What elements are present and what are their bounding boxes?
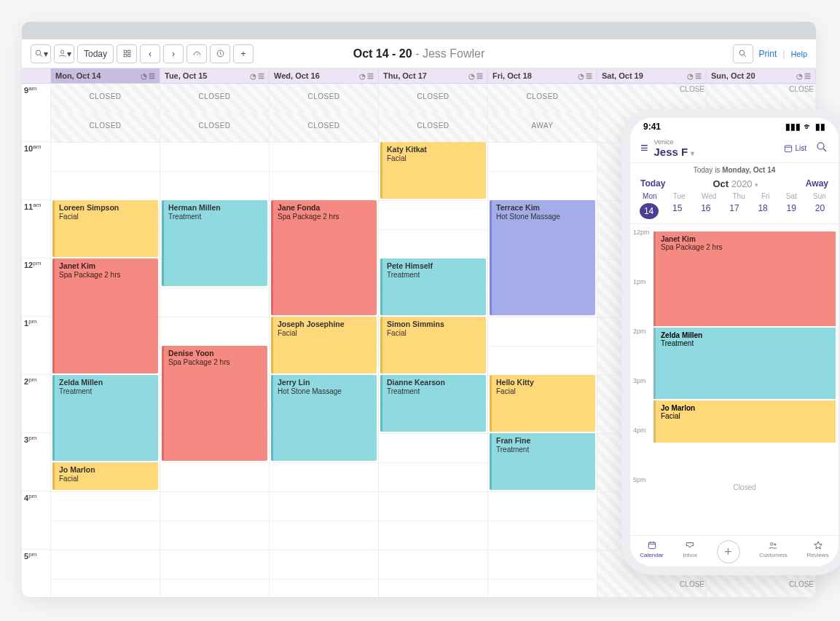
calendar-event[interactable]: Jane FondaSpa Package 2 hrs: [271, 200, 377, 315]
inbox-icon: [685, 540, 695, 550]
date-button[interactable]: 17: [725, 203, 744, 219]
calendar-event[interactable]: Joseph JosephineFacial: [271, 317, 377, 373]
weekday-label: Thu: [732, 192, 745, 200]
tab-inbox[interactable]: Inbox: [683, 540, 697, 563]
next-button[interactable]: ›: [163, 44, 184, 63]
search-button[interactable]: [733, 44, 753, 63]
calendar-event[interactable]: Denise YoonSpa Package 2 hrs: [162, 346, 267, 461]
date-button[interactable]: 19: [782, 203, 801, 219]
svg-rect-10: [648, 542, 655, 549]
date-button[interactable]: 14: [640, 203, 659, 219]
weekday-label: Fri: [761, 192, 770, 200]
day-col-fri[interactable]: CLOSEDAWAYTerrace KimHot Stone MassageHe…: [488, 84, 597, 597]
day-col-thu[interactable]: CLOSEDCLOSEDKaty KitkatFacialPete Himsel…: [379, 84, 488, 597]
phone-away-link[interactable]: Away: [806, 178, 828, 189]
day-header-sun[interactable]: Sun, Oct 20◔☰: [707, 68, 816, 83]
user-filter-button[interactable]: ▾: [54, 44, 74, 63]
day-header-wed[interactable]: Wed, Oct 16◔☰: [270, 68, 379, 83]
calendar-event[interactable]: Simon SimminsFacial: [380, 317, 486, 373]
customers-icon: [768, 540, 778, 550]
availability-button[interactable]: [210, 44, 230, 63]
tab-customers[interactable]: Customers: [759, 540, 788, 563]
closed-strip: CLOSED: [270, 84, 378, 113]
day-header-fri[interactable]: Fri, Oct 18◔☰: [488, 68, 597, 83]
phone-header: ≡ Venice Jess F ▾ List: [630, 135, 839, 163]
zoom-button[interactable]: ▾: [31, 44, 51, 63]
phone-title[interactable]: Venice Jess F ▾: [654, 138, 695, 158]
calendar-event[interactable]: Pete HimselfTreatment: [380, 258, 486, 315]
date-button[interactable]: 15: [668, 203, 687, 219]
calendar-event[interactable]: Dianne KearsonTreatment: [380, 375, 486, 432]
calendar-event[interactable]: Herman MillenTreatment: [162, 200, 267, 286]
time-label: 12pm: [22, 258, 50, 317]
date-button[interactable]: 18: [753, 203, 772, 219]
time-label: 11am: [22, 200, 50, 258]
phone-date-row: 14151617181920: [630, 202, 839, 224]
date-range-text: Oct 14 - 20: [353, 47, 412, 60]
day-header-mon[interactable]: Mon, Oct 14◔☰: [51, 68, 160, 83]
calendar-event[interactable]: Zelda MillenTreatment: [52, 375, 158, 461]
day-col-tue[interactable]: CLOSEDCLOSEDHerman MillenTreatmentDenise…: [160, 84, 270, 597]
phone-search-button[interactable]: [815, 141, 828, 157]
calendar-event[interactable]: Katy KitkatFacial: [380, 142, 486, 199]
closed-strip: CLOSED: [379, 113, 487, 142]
day-header-sat[interactable]: Sat, Oct 19◔☰: [597, 68, 707, 83]
closed-strip: CLOSED: [51, 113, 160, 142]
date-button[interactable]: 20: [810, 203, 829, 219]
search-icon: [738, 49, 747, 58]
day-header-thu[interactable]: Thu, Oct 17◔☰: [379, 68, 488, 83]
tab-calendar[interactable]: Calendar: [640, 540, 663, 563]
closed-strip: AWAY: [488, 113, 597, 142]
svg-point-11: [771, 543, 774, 546]
svg-point-1: [60, 50, 63, 53]
phone-status-bar: 9:41 ▮▮▮ ᯤ ▮▮: [630, 118, 839, 135]
phone-event[interactable]: Jo MarlonFacial: [653, 400, 836, 443]
list-view-button[interactable]: List: [783, 143, 806, 154]
calendar-event[interactable]: Hello KittyFacial: [490, 375, 595, 432]
phone-event[interactable]: Janet KimSpa Package 2 hrs: [653, 232, 836, 326]
calendar-icon: [647, 540, 657, 550]
tab-reviews[interactable]: Reviews: [806, 540, 828, 563]
list-icon: ☰: [149, 72, 155, 80]
svg-point-12: [774, 544, 776, 545]
time-label: 10am: [22, 142, 50, 200]
add-button[interactable]: +: [233, 44, 254, 63]
header-gutter: [22, 68, 51, 83]
speed-button[interactable]: [187, 44, 207, 63]
date-button[interactable]: 16: [696, 203, 715, 219]
view-grid-button[interactable]: [117, 44, 137, 63]
user-subtitle: - Jess Fowler: [415, 47, 484, 60]
phone-time: 9:41: [643, 122, 661, 132]
calendar-event[interactable]: Janet KimSpa Package 2 hrs: [52, 258, 158, 373]
calendar-event[interactable]: Fran FineTreatment: [490, 433, 595, 490]
day-header-tue[interactable]: Tue, Oct 15◔☰: [160, 68, 270, 83]
print-link[interactable]: Print: [759, 49, 777, 59]
phone-today-link[interactable]: Today: [640, 178, 665, 189]
help-link[interactable]: Help: [790, 50, 807, 58]
phone-time-label: 5pm: [633, 476, 646, 483]
calendar-event[interactable]: Terrace KimHot Stone Massage: [490, 200, 595, 315]
phone-nav-bar: Today Oct 2020 ▾ Away: [630, 177, 839, 191]
calendar-event[interactable]: Jo MarlonFacial: [52, 462, 158, 490]
today-button[interactable]: Today: [77, 44, 114, 63]
phone-schedule-body[interactable]: 12pm1pm2pm3pm4pm5pmJanet KimSpa Package …: [630, 224, 839, 535]
day-col-wed[interactable]: CLOSEDCLOSEDJane FondaSpa Package 2 hrsJ…: [270, 84, 379, 597]
svg-rect-8: [785, 145, 792, 151]
phone-tab-bar: Calendar Inbox + Customers Reviews: [630, 535, 839, 566]
weekday-label: Wed: [702, 192, 716, 200]
tab-add-button[interactable]: +: [717, 540, 740, 563]
weekday-label: Sun: [813, 192, 826, 200]
day-col-mon[interactable]: CLOSEDCLOSEDLoreen SimpsonFacialJanet Ki…: [51, 84, 160, 597]
phone-month-picker[interactable]: Oct 2020 ▾: [713, 178, 758, 189]
phone-event[interactable]: Zelda MillenTreatment: [653, 328, 836, 399]
menu-button[interactable]: ≡: [640, 141, 648, 156]
zoom-icon: [34, 49, 44, 58]
user-icon: [58, 49, 67, 58]
time-label: 4pm: [22, 491, 50, 550]
calendar-event[interactable]: Jerry LinHot Stone Massage: [271, 375, 377, 461]
svg-point-0: [36, 50, 41, 55]
calendar-event[interactable]: Loreen SimpsonFacial: [52, 200, 158, 257]
closed-label: CLOSE: [789, 579, 814, 588]
clock-icon: ◔: [141, 72, 147, 80]
prev-button[interactable]: ‹: [140, 44, 160, 63]
